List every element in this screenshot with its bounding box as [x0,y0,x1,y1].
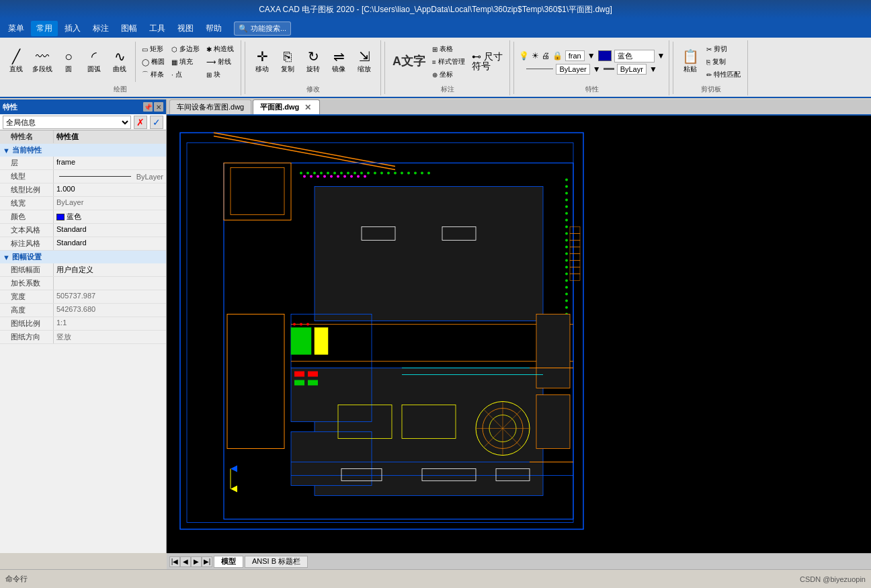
prop-textstyle-value[interactable]: Standard [54,224,166,237]
curve-icon: ∿ [114,50,126,63]
ribbon-group-modify: ✛ 移动 ⎘ 复制 ↻ 旋转 ⇌ 镜像 [249,40,381,95]
svg-point-40 [565,199,568,202]
svg-rect-100 [570,267,580,274]
menu-item-caidan[interactable]: 菜单 [3,21,30,36]
svg-point-24 [414,172,417,175]
prop-linewidth-value[interactable]: ByLayer [54,197,166,210]
menu-item-changyong[interactable]: 常用 [31,21,58,36]
tool-scale[interactable]: ⇲ 缩放 [352,44,376,79]
separator-group [245,42,245,94]
nav-prev[interactable]: ◀ [180,556,191,567]
menu-item-bangzhu[interactable]: 帮助 [200,21,227,36]
tool-move[interactable]: ✛ 移动 [250,44,274,79]
layout-tab-model[interactable]: 模型 [214,556,243,568]
doc-tab-label-0: 车间设备布置图.dwg [177,102,244,112]
tool-rect[interactable]: ▭矩形 [139,43,167,55]
copy-label: 复制 [281,65,294,74]
title-bar: CAXA CAD 电子图板 2020 - [C:\Users\liao_\App… [0,0,871,19]
prop-scale-name: 图纸比例 [0,317,54,330]
prop-layer-value[interactable]: frame [54,157,166,169]
menu-item-tufu[interactable]: 图幅 [116,21,142,36]
svg-rect-6 [231,168,284,215]
layout-tab-ansi[interactable]: ANSI B 标题栏 [245,556,308,568]
spline-icon: ⌒ [142,70,149,79]
tool-paste[interactable]: 📋 粘贴 [678,44,702,79]
menu-item-shitu[interactable]: 视图 [172,21,199,36]
polygon-label: 多边形 [179,44,200,54]
tool-text[interactable]: A文字 [390,44,428,79]
line-label: 直线 [9,65,23,74]
svg-point-53 [565,286,568,289]
svg-point-56 [565,306,568,309]
svg-point-104 [306,323,309,326]
section-page-setup[interactable]: ▼ 图幅设置 [0,251,166,263]
tool-copy[interactable]: ⎘ 复制 [276,44,300,79]
doc-tab-0[interactable]: 车间设备布置图.dwg [169,99,251,114]
nav-last[interactable]: ▶| [202,556,212,567]
tool-curve[interactable]: ∿ 曲线 [108,44,132,79]
lineweight-display[interactable]: ByLayr [617,64,647,75]
prop-layer: 层 frame [0,157,166,170]
menu-item-charu[interactable]: 插入 [59,21,86,36]
prop-linetype-value[interactable]: ByLayer [54,170,166,183]
tool-table[interactable]: ⊞表格 [429,43,468,55]
svg-point-10 [320,172,323,175]
prop-linescale-value[interactable]: 1.000 [54,183,166,196]
panel-reset-btn[interactable]: ✗ [134,116,147,129]
nav-first[interactable]: |◀ [169,556,180,567]
nav-next[interactable]: ▶ [191,556,202,567]
prop-dimstyle: 标注风格 Standard [0,237,166,251]
ellipse-label: 椭圆 [151,57,165,67]
panel-close-btn[interactable]: ✕ [154,102,163,112]
tool-polyline[interactable]: 〰 多段线 [30,44,55,79]
tool-arc[interactable]: ◜ 圆弧 [82,44,106,79]
svg-rect-84 [536,314,570,388]
tool-construction[interactable]: ✱构造线 [204,43,237,55]
tool-circle[interactable]: ○ 圆 [56,44,81,79]
linetype-display[interactable]: ByLayer [556,64,589,75]
tool-style-mgr[interactable]: ≡样式管理 [429,56,468,68]
svg-point-43 [565,219,568,222]
tool-polygon[interactable]: ⬡多边形 [169,43,202,55]
cad-drawing [167,116,871,553]
tool-match[interactable]: ✏特性匹配 [704,69,743,81]
tool-size[interactable]: ⊷ 尺寸符号 [469,44,505,79]
prop-color: 颜色 蓝色 [0,210,166,224]
status-right-text: CSDN @biyezuopin [800,575,866,583]
tool-spline[interactable]: ⌒样条 [139,69,167,81]
dropdown-arrow-lineweight[interactable]: ▼ [649,65,657,74]
dropdown-arrow-layer[interactable]: ▼ [587,51,595,60]
svg-point-38 [565,185,568,188]
layer-name-display[interactable]: fran [565,50,585,61]
menu-item-biaozhhu[interactable]: 标注 [87,21,114,36]
dropdown-arrow-linetype[interactable]: ▼ [593,65,601,74]
cad-canvas[interactable] [167,116,871,553]
tool-ray[interactable]: ⟶射线 [204,56,237,68]
tool-ellipse[interactable]: ◯椭圆 [139,56,167,68]
tool-block[interactable]: ⊞块 [204,69,237,81]
prop-color-value[interactable]: 蓝色 [54,210,166,223]
tool-copy-btn[interactable]: ⎘复制 [704,56,743,68]
panel-scope-select[interactable]: 全局信息 [3,116,131,129]
canvas-area[interactable] [167,99,871,553]
tool-line[interactable]: ╱ 直线 [4,44,28,79]
menu-item-gongju[interactable]: 工具 [144,21,171,36]
prop-papersize-value[interactable]: 用户自定义 [54,263,166,276]
panel-pin-btn[interactable]: 📌 [143,102,153,112]
panel-apply-btn[interactable]: ✓ [150,116,163,129]
dropdown-arrow-color[interactable]: ▼ [657,51,665,60]
tool-coord[interactable]: ⊕坐标 [429,69,468,81]
command-line: 命令行 [5,574,800,584]
doc-tab-close-1[interactable]: ✕ [303,103,313,112]
tool-mirror[interactable]: ⇌ 镜像 [327,44,351,79]
coord-label: 坐标 [440,70,453,79]
tool-hatch[interactable]: ▦填充 [169,56,202,68]
function-search[interactable]: 🔍 功能搜索... [234,22,291,36]
doc-tab-1[interactable]: 平面图.dwg ✕ [253,99,320,114]
tool-point[interactable]: ·点 [169,69,202,81]
tool-rotate[interactable]: ↻ 旋转 [301,44,325,79]
color-name-display[interactable]: 蓝色 [614,50,655,62]
prop-dimstyle-value[interactable]: Standard [54,237,166,250]
section-current-props[interactable]: ▼ 当前特性 [0,144,166,157]
tool-cut[interactable]: ✂剪切 [704,43,743,55]
